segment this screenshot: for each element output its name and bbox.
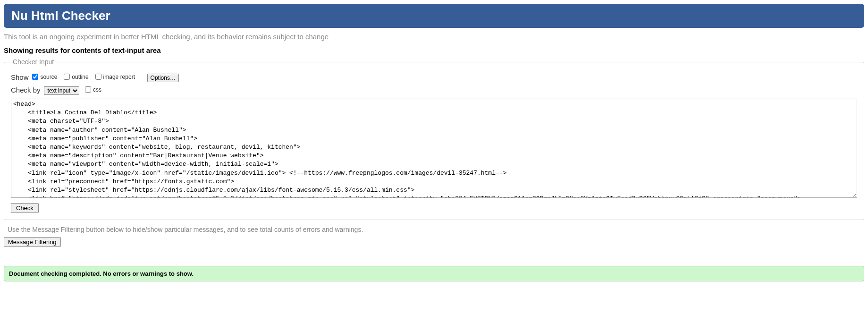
image-report-label: image report — [103, 74, 135, 80]
show-label: Show — [11, 73, 29, 81]
checker-legend: Checker Input — [11, 58, 56, 66]
source-checkbox[interactable] — [32, 74, 38, 80]
show-row: Show source outline image report Options… — [11, 73, 857, 82]
check-by-select[interactable]: text input — [44, 86, 79, 95]
page-title: Nu Html Checker — [11, 8, 857, 23]
css-label: css — [93, 86, 101, 93]
subtitle-text: This tool is an ongoing experiment in be… — [4, 33, 864, 41]
check-button[interactable]: Check — [11, 203, 39, 213]
message-filtering-button[interactable]: Message Filtering — [4, 237, 61, 247]
options-button[interactable]: Options… — [147, 74, 179, 82]
results-heading: Showing results for contents of text-inp… — [4, 46, 864, 54]
filter-note: Use the Message Filtering button below t… — [8, 226, 864, 233]
success-message: Document checking completed. No errors o… — [4, 266, 864, 281]
header-banner: Nu Html Checker — [4, 4, 864, 28]
css-checkbox[interactable] — [85, 86, 91, 93]
check-by-label: Check by — [11, 86, 41, 94]
html-source-textarea[interactable] — [11, 99, 857, 198]
source-label: source — [40, 74, 57, 80]
image-report-checkbox[interactable] — [95, 74, 101, 80]
check-by-row: Check by text input css — [11, 86, 857, 95]
outline-checkbox[interactable] — [64, 74, 70, 80]
checker-input-fieldset: Checker Input Show source outline image … — [4, 58, 864, 220]
outline-label: outline — [72, 74, 88, 80]
